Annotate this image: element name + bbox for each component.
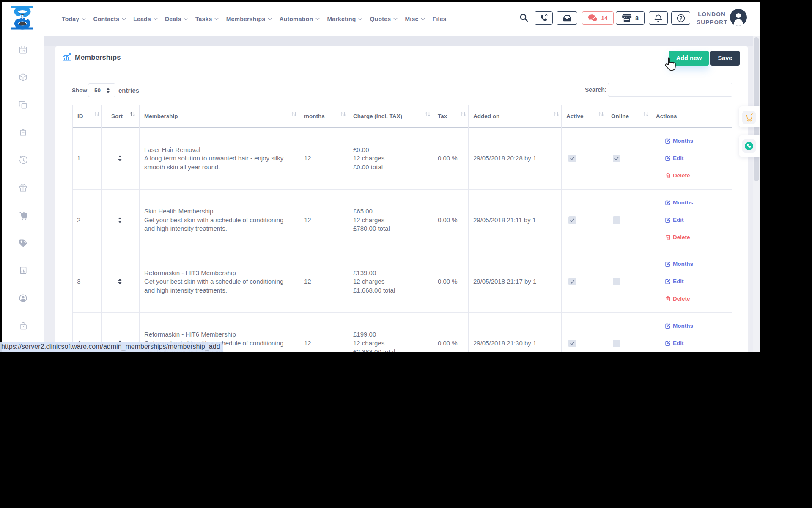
svg-text:12: 12: [21, 50, 25, 53]
